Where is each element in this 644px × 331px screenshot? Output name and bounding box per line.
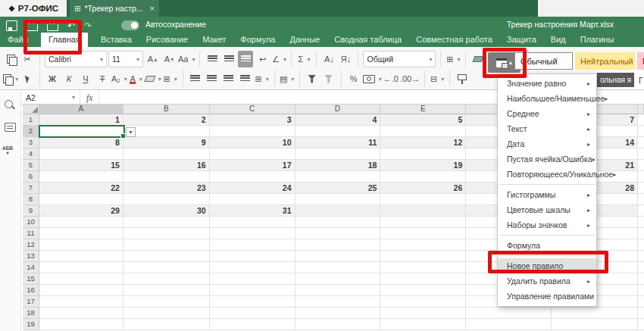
cell-B17[interactable] bbox=[123, 296, 210, 308]
cell-E2[interactable] bbox=[380, 126, 466, 137]
cell-D13[interactable] bbox=[295, 251, 381, 262]
tab-Данные[interactable]: Данные bbox=[288, 33, 321, 47]
font-color-button[interactable]: A▾ bbox=[129, 70, 144, 87]
cell-C9[interactable]: 31 bbox=[210, 205, 295, 217]
cell-F18[interactable] bbox=[466, 308, 552, 319]
cell-C12[interactable] bbox=[210, 239, 295, 251]
cell-A13[interactable] bbox=[39, 251, 123, 262]
borders-button[interactable]: ⊞▾ bbox=[163, 70, 178, 87]
cell-E7[interactable]: 26 bbox=[380, 183, 466, 194]
cell-C14[interactable] bbox=[210, 262, 295, 273]
number-format-select[interactable]: Общий▾ bbox=[363, 51, 436, 67]
cell-E10[interactable] bbox=[380, 217, 466, 228]
cell-A17[interactable] bbox=[39, 296, 123, 308]
cell-A9[interactable]: 29 bbox=[39, 205, 123, 217]
cell-A8[interactable] bbox=[39, 194, 123, 205]
increase-decimal-button[interactable]: .00→ bbox=[400, 70, 420, 87]
clear-filter-button[interactable] bbox=[321, 70, 336, 87]
cell-B7[interactable]: 23 bbox=[123, 183, 210, 194]
menu-item-Дата[interactable]: Дата▸ bbox=[498, 136, 596, 151]
cell-B2[interactable] bbox=[123, 126, 210, 137]
cell-A14[interactable] bbox=[39, 262, 123, 273]
tab-Вставка[interactable]: Вставка bbox=[99, 33, 133, 47]
cell-E9[interactable] bbox=[380, 205, 466, 217]
cell-E18[interactable] bbox=[380, 308, 466, 319]
tab-Совместная работа[interactable]: Совместная работа bbox=[414, 33, 494, 47]
cell-A10[interactable] bbox=[39, 217, 123, 228]
cell-A3[interactable]: 8 bbox=[39, 137, 123, 148]
spellcheck-icon[interactable]: АБВ bbox=[2, 145, 13, 155]
cell-C2[interactable] bbox=[210, 126, 295, 137]
align-center-button[interactable] bbox=[205, 70, 220, 87]
cell-D14[interactable] bbox=[295, 262, 381, 273]
cell-D6[interactable] bbox=[295, 171, 381, 183]
cell-C17[interactable] bbox=[210, 296, 295, 308]
sort-descending-button[interactable]: Я↓ bbox=[338, 51, 353, 67]
cell-C4[interactable] bbox=[210, 148, 295, 160]
menu-item-Цветовые шкалы[interactable]: Цветовые шкалы▸ bbox=[498, 202, 596, 217]
merge-cells-button[interactable]: ⊞▾ bbox=[255, 70, 270, 87]
selected-cell-outline[interactable] bbox=[39, 125, 125, 138]
orientation-button[interactable]: ∠▾ bbox=[271, 51, 286, 67]
column-header-C[interactable]: C bbox=[210, 105, 295, 114]
app-brand[interactable]: ❖ Р7-ОФИС bbox=[0, 0, 67, 17]
cell-A15[interactable] bbox=[39, 273, 123, 285]
named-ranges-button[interactable]: ▤▾ bbox=[280, 70, 295, 87]
menu-item-Среднее[interactable]: Среднее▸ bbox=[498, 106, 596, 121]
cell-D18[interactable] bbox=[295, 308, 381, 319]
cell-C8[interactable] bbox=[210, 194, 295, 205]
cell-D10[interactable] bbox=[295, 217, 381, 228]
select-button[interactable] bbox=[20, 70, 35, 87]
cell-C11[interactable] bbox=[210, 228, 295, 239]
cell-B16[interactable] bbox=[123, 285, 210, 296]
align-right-button[interactable] bbox=[221, 70, 236, 87]
row-header-6[interactable]: 6 bbox=[23, 171, 39, 183]
cell-D15[interactable] bbox=[295, 273, 381, 285]
name-box[interactable]: A2 ▾ bbox=[21, 91, 80, 104]
cell-style-neutral[interactable]: Нейтральный bbox=[575, 52, 635, 70]
cell-B9[interactable]: 30 bbox=[123, 205, 210, 217]
cell-D2[interactable] bbox=[295, 126, 381, 137]
row-header-12[interactable]: 12 bbox=[23, 239, 39, 251]
paste-button[interactable]: ▾ bbox=[3, 70, 18, 87]
cell-D16[interactable] bbox=[295, 285, 381, 296]
cell-C6[interactable] bbox=[210, 171, 295, 183]
cell-D1[interactable]: 4 bbox=[295, 114, 381, 126]
align-top-button[interactable] bbox=[205, 51, 220, 67]
wrap-text-button[interactable]: ↩ bbox=[255, 51, 270, 67]
row-header-13[interactable]: 13 bbox=[23, 251, 39, 262]
cell-C3[interactable]: 10 bbox=[210, 137, 295, 148]
cell-A11[interactable] bbox=[39, 228, 123, 239]
copy-button[interactable] bbox=[3, 51, 18, 67]
redo-icon[interactable]: ↷ bbox=[84, 20, 92, 31]
menu-item-Управление правилами[interactable]: Управление правилами bbox=[498, 289, 596, 304]
tab-Плагины[interactable]: Плагины bbox=[579, 33, 616, 47]
align-middle-button[interactable] bbox=[221, 51, 236, 67]
cell-F19[interactable] bbox=[466, 319, 552, 330]
menu-item-Наибольшее/Наименьшее[interactable]: Наибольшее/Наименьшее▸ bbox=[498, 91, 596, 106]
cell-B15[interactable] bbox=[123, 273, 210, 285]
cell-C15[interactable] bbox=[210, 273, 295, 285]
row-header-11[interactable]: 11 bbox=[23, 228, 39, 239]
cell-A6[interactable] bbox=[39, 171, 123, 183]
cell-G19[interactable] bbox=[552, 319, 638, 330]
cell-C19[interactable] bbox=[210, 319, 295, 330]
cell-B1[interactable]: 2 bbox=[123, 114, 210, 126]
cell-C1[interactable]: 3 bbox=[210, 114, 295, 126]
menu-item-Наборы значков[interactable]: Наборы значков▸ bbox=[498, 217, 596, 233]
cell-E5[interactable]: 19 bbox=[380, 160, 466, 171]
cell-E16[interactable] bbox=[380, 285, 466, 296]
subscript-button[interactable]: A₂▾ bbox=[111, 70, 127, 87]
tab-Сводная таблица[interactable]: Сводная таблица bbox=[333, 33, 403, 47]
column-header-A[interactable]: A bbox=[39, 105, 123, 114]
row-header-2[interactable]: 2 bbox=[23, 126, 39, 137]
tab-Вид[interactable]: Вид bbox=[549, 33, 567, 47]
cell-B11[interactable] bbox=[123, 228, 210, 239]
tab-Рисование[interactable]: Рисование bbox=[145, 33, 189, 47]
cell-E3[interactable]: 12 bbox=[380, 137, 466, 148]
autofilter-dropdown-button[interactable]: ▼ bbox=[126, 127, 136, 137]
menu-item-Повторяющееся/Уникальное[interactable]: Повторяющееся/Уникальное▸ bbox=[498, 167, 596, 182]
row-header-9[interactable]: 9 bbox=[23, 205, 39, 217]
menu-item-Гистограммы[interactable]: Гистограммы▸ bbox=[498, 187, 596, 202]
cell-B4[interactable] bbox=[123, 148, 210, 160]
